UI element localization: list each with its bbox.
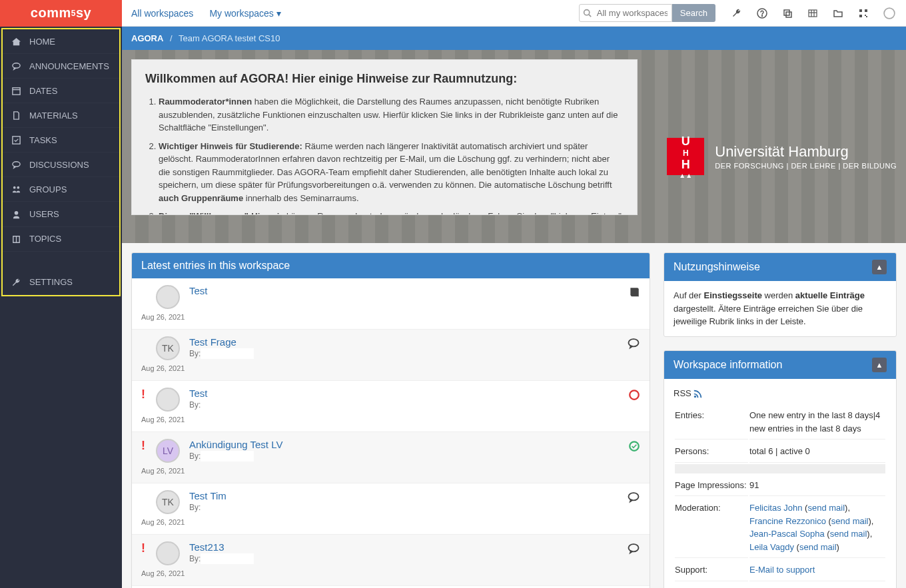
avatar: LV [156, 439, 180, 463]
avatar: TK [156, 490, 180, 514]
entry-by: By: [189, 554, 618, 563]
welcome-item: Diesen "Willkommen"-Hinweis können Raumm… [159, 210, 624, 215]
main: AGORA / Team AGORA testet CS10 Willkomme… [122, 27, 906, 588]
moderator-link[interactable]: Francine Rezzonico [749, 516, 826, 526]
users-icon [11, 184, 21, 194]
entry-row[interactable]: !LVAnkündigung Test LVBy: Aug 26, 2021 [132, 432, 650, 483]
help-icon[interactable] [757, 7, 767, 19]
entry-date: Aug 26, 2021 [141, 569, 185, 577]
moderator-link[interactable]: Leila Vagdy [749, 542, 794, 552]
entry-row[interactable]: TestAug 26, 2021 [132, 278, 650, 330]
entry-row[interactable]: TKTest TimBy: Aug 26, 2021 [132, 483, 650, 535]
user-icon [11, 208, 21, 219]
search-input[interactable] [579, 4, 672, 22]
support-link[interactable]: E-Mail to support [749, 565, 815, 575]
entry-title[interactable]: Test Frage [189, 336, 618, 348]
search-button[interactable]: Search [672, 4, 715, 22]
svg-rect-6 [809, 10, 817, 17]
avatar: TK [156, 336, 180, 360]
welcome-box: Willkommen auf AGORA! Hier einige Hinwei… [131, 59, 638, 215]
wrench-icon [11, 277, 21, 288]
sidebar-item-topics[interactable]: TOPICS [3, 227, 119, 252]
entry-title[interactable]: Test [189, 285, 619, 296]
rss-link[interactable]: RSS [674, 388, 691, 398]
collapse-button[interactable]: ▲ [872, 260, 887, 274]
link-my-workspaces[interactable]: My workspaces ▾ [209, 8, 280, 19]
uh-badge: UHH▲▲ [667, 138, 704, 175]
entry-title[interactable]: Test213 [189, 541, 618, 553]
send-mail-link[interactable]: send mail [831, 516, 869, 526]
svg-rect-17 [12, 88, 19, 95]
entry-title[interactable]: Ankündigung Test LV [189, 439, 619, 450]
entries-list: TestAug 26, 2021TKTest FrageBy: Aug 26, … [132, 278, 650, 588]
wrench-icon[interactable] [731, 7, 742, 19]
entry-type-icon [627, 541, 640, 555]
svg-point-20 [12, 162, 19, 167]
send-mail-link[interactable]: send mail [807, 503, 845, 513]
entry-type-icon [628, 388, 640, 402]
entry-type-icon [628, 285, 640, 299]
moderator-link[interactable]: Jean-Pascal Sopha [749, 529, 825, 539]
svg-rect-11 [865, 9, 867, 12]
sidebar-item-home[interactable]: HOME [3, 29, 119, 54]
breadcrumb-root[interactable]: AGORA [131, 33, 163, 43]
avatar-icon[interactable] [883, 7, 895, 19]
entry-type-icon [628, 439, 640, 453]
latest-entries-head: Latest entries in this workspace [132, 253, 650, 278]
send-mail-link[interactable]: send mail [799, 542, 837, 552]
svg-point-22 [17, 186, 19, 189]
svg-point-30 [694, 396, 696, 398]
svg-rect-5 [786, 12, 791, 17]
sidebar-item-dates[interactable]: DATES [3, 79, 119, 103]
rss-icon [693, 388, 702, 398]
book-icon [11, 234, 21, 244]
breadcrumb-current: Team AGORA testet CS10 [179, 33, 280, 43]
entry-row[interactable]: !TestBy: Aug 26, 2021 [132, 381, 650, 432]
svg-point-0 [584, 10, 589, 15]
file-icon [11, 110, 21, 121]
sidebar-item-materials[interactable]: MATERIALS [3, 103, 119, 128]
breadcrumb: AGORA / Team AGORA testet CS10 [122, 27, 906, 50]
entry-title[interactable]: Test Tim [189, 490, 618, 501]
link-all-workspaces[interactable]: All workspaces [131, 8, 193, 19]
send-mail-link[interactable]: send mail [830, 529, 867, 539]
uh-logo: UHH▲▲ Universität Hamburg DER FORSCHUNG … [667, 79, 897, 234]
latest-entries-panel: Latest entries in this workspace TestAug… [131, 252, 650, 588]
grid-icon[interactable] [807, 7, 818, 19]
svg-rect-4 [784, 10, 789, 15]
welcome-title: Willkommen auf AGORA! Hier einige Hinwei… [145, 72, 624, 86]
sidebar-item-settings[interactable]: SETTINGS [3, 270, 119, 295]
comment-icon [11, 159, 21, 170]
svg-point-27 [629, 493, 639, 500]
sidebar: HOME ANNOUNCEMENTS DATES MATERIALS TASKS… [0, 27, 122, 588]
svg-point-21 [13, 186, 15, 189]
folder-icon[interactable] [833, 7, 843, 19]
collapse-button[interactable]: ▲ [872, 358, 887, 372]
svg-point-15 [884, 8, 895, 19]
sidebar-item-users[interactable]: USERS [3, 202, 119, 226]
svg-point-28 [629, 544, 639, 551]
svg-rect-13 [865, 15, 866, 16]
entry-title[interactable]: Test [189, 388, 619, 399]
entry-by: By: [189, 349, 618, 358]
sidebar-item-tasks[interactable]: TASKS [3, 128, 119, 152]
entry-by: By: [189, 451, 619, 461]
svg-point-23 [14, 210, 18, 214]
entry-row[interactable]: TKTest FrageBy: Aug 26, 2021 [132, 330, 650, 381]
moderator-link[interactable]: Felicitas John [749, 503, 802, 513]
uh-title: Universität Hamburg [715, 143, 897, 160]
sidebar-item-groups[interactable]: GROUPS [3, 177, 119, 202]
sidebar-item-discussions[interactable]: DISCUSSIONS [3, 152, 119, 177]
calendar-icon [11, 85, 21, 96]
svg-point-16 [12, 63, 19, 69]
copy-icon[interactable] [782, 7, 793, 19]
qr-icon[interactable] [858, 7, 869, 19]
svg-rect-14 [866, 16, 867, 17]
brand-logo[interactable]: comm5sy [0, 0, 122, 27]
entry-by: By: [189, 400, 619, 410]
banner: Willkommen auf AGORA! Hier einige Hinwei… [122, 50, 906, 243]
entry-type-icon [627, 490, 640, 504]
sidebar-item-announcements[interactable]: ANNOUNCEMENTS [3, 54, 119, 79]
workspace-info-table: Entries:One new entry in the last 8 days… [674, 404, 887, 583]
entry-row[interactable]: !Test213By: Aug 26, 2021 [132, 535, 650, 586]
